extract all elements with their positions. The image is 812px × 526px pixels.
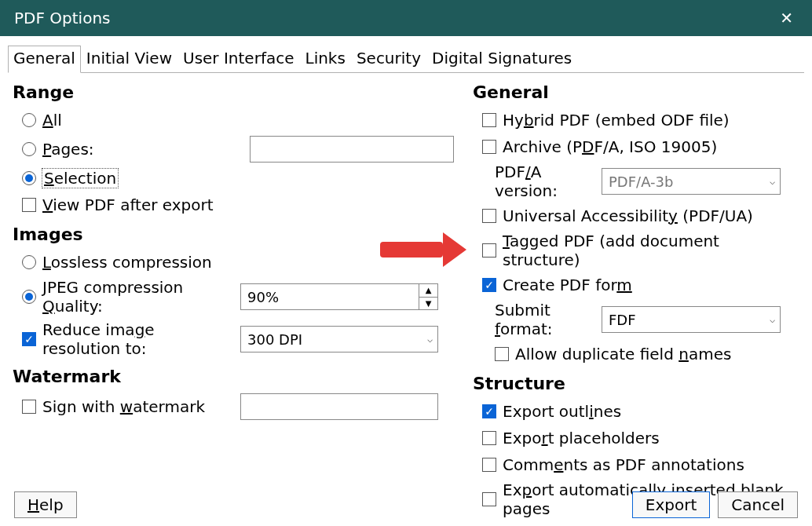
reduce-resolution-select[interactable]: 300 DPI ⌵: [240, 326, 438, 352]
duplicate-names-check[interactable]: [495, 347, 509, 361]
range-pages-radio[interactable]: [22, 142, 36, 156]
reduce-resolution-label: Reduce image resolution to:: [42, 320, 237, 358]
export-placeholders-label: Export placeholders: [503, 429, 660, 447]
export-button[interactable]: Export: [632, 491, 710, 518]
pdfa-version-value: PDF/A-3b: [609, 174, 673, 190]
comments-annotations-check[interactable]: [482, 458, 496, 472]
jpeg-quality-spinner[interactable]: ▲▼: [419, 284, 437, 309]
range-pages-label: Pages:: [42, 140, 247, 159]
right-column: General Hybrid PDF (embed ODF file) Arch…: [473, 81, 799, 526]
reduce-resolution-value: 300 DPI: [247, 331, 302, 348]
close-icon[interactable]: ✕: [772, 5, 801, 31]
lossless-radio[interactable]: [22, 255, 36, 269]
tagged-pdf-check[interactable]: [482, 243, 496, 258]
tagged-pdf-label: Tagged PDF (add document structure): [503, 232, 799, 269]
watermark-input[interactable]: [240, 393, 438, 420]
reduce-resolution-check[interactable]: [22, 332, 36, 346]
range-all-radio[interactable]: [22, 113, 36, 127]
submit-format-value: FDF: [609, 312, 636, 328]
watermark-header: Watermark: [13, 365, 454, 391]
duplicate-names-label: Allow duplicate field names: [515, 345, 731, 363]
pdfa-version-select[interactable]: PDF/A-3b ⌵: [602, 168, 781, 195]
hybrid-pdf-label: Hybrid PDF (embed ODF file): [503, 111, 730, 130]
create-pdf-form-check[interactable]: [482, 278, 496, 292]
chevron-down-icon: ⌵: [770, 314, 775, 325]
annotation-arrow: [380, 232, 466, 267]
jpeg-label: JPEG compression Quality:: [42, 278, 237, 316]
range-all-label: All: [42, 111, 62, 130]
range-selection-label: Selection: [42, 169, 118, 188]
general-header: General: [473, 81, 799, 107]
comments-annotations-label: Comments as PDF annotations: [503, 455, 744, 474]
range-header: Range: [13, 81, 454, 107]
window-title: PDF Options: [14, 9, 111, 27]
view-after-export-check[interactable]: [22, 198, 36, 212]
lossless-label: Lossless compression: [42, 253, 212, 272]
archive-check[interactable]: [482, 140, 496, 154]
submit-format-select[interactable]: FDF ⌵: [602, 306, 781, 333]
export-placeholders-check[interactable]: [482, 431, 496, 445]
range-selection-radio[interactable]: [22, 171, 36, 185]
help-button[interactable]: Help: [14, 491, 77, 518]
tab-links[interactable]: Links: [299, 46, 350, 73]
pdfa-version-label: PDF/A version:: [495, 163, 598, 200]
tab-security[interactable]: Security: [351, 46, 426, 73]
range-pages-input[interactable]: [250, 136, 454, 163]
jpeg-quality-value: 90%: [241, 289, 279, 305]
left-column: Range All Pages: Selection View PDF afte…: [13, 81, 454, 526]
tab-initial-view[interactable]: Initial View: [81, 46, 177, 73]
chevron-down-icon: ⌵: [770, 176, 775, 187]
submit-format-label: Submit format:: [495, 301, 598, 338]
archive-label: Archive (PDF/A, ISO 19005): [503, 137, 717, 156]
sign-watermark-label: Sign with watermark: [42, 397, 237, 416]
export-outlines-check[interactable]: [482, 404, 496, 418]
jpeg-quality-input[interactable]: 90% ▲▼: [240, 283, 438, 310]
chevron-down-icon: ⌵: [427, 334, 433, 345]
universal-accessibility-label: Universal Accessibility (PDF/UA): [503, 206, 753, 225]
tab-user-interface[interactable]: User Interface: [177, 46, 299, 73]
tab-general[interactable]: General: [8, 46, 81, 73]
sign-watermark-check[interactable]: [22, 400, 36, 414]
universal-accessibility-check[interactable]: [482, 209, 496, 223]
jpeg-radio[interactable]: [22, 290, 36, 304]
export-outlines-label: Export outlines: [503, 402, 621, 421]
tab-digital-signatures[interactable]: Digital Signatures: [426, 46, 577, 73]
structure-header: Structure: [473, 372, 799, 398]
title-bar: PDF Options ✕: [0, 0, 812, 36]
hybrid-pdf-check[interactable]: [482, 113, 496, 127]
cancel-button[interactable]: Cancel: [718, 491, 798, 518]
view-after-export-label: View PDF after export: [42, 195, 214, 214]
create-pdf-form-label: Create PDF form: [503, 276, 632, 294]
tab-bar: General Initial View User Interface Link…: [0, 36, 812, 72]
